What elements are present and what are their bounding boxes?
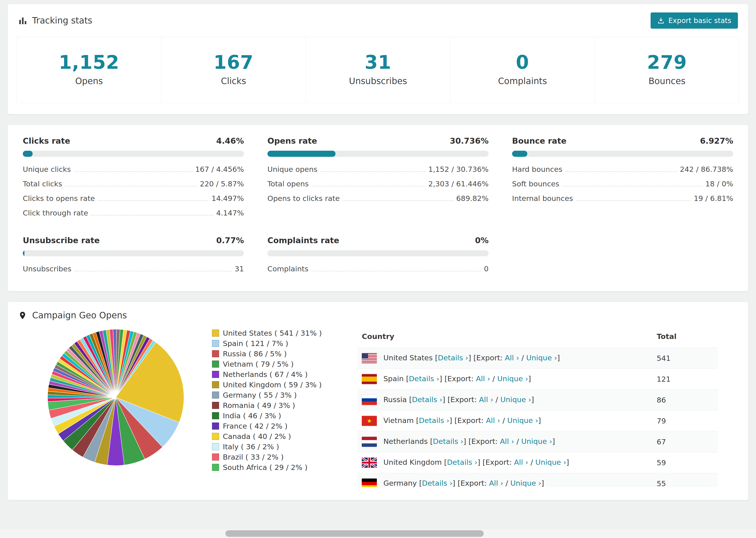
rate-row-value: 19 / 6.81% xyxy=(694,194,733,202)
rate-row-value: 14.497% xyxy=(212,194,244,202)
progress-bar xyxy=(267,250,489,256)
legend-swatch xyxy=(212,350,219,357)
geo-table-row: United States [Details ›] [Export: All ›… xyxy=(357,348,718,369)
geo-title-row: Campaign Geo Opens xyxy=(18,310,127,320)
export-unique-link[interactable]: Unique › xyxy=(511,479,541,487)
export-all-link[interactable]: All › xyxy=(489,479,503,487)
separator: / xyxy=(503,479,511,487)
bracket: ] [ xyxy=(449,416,458,425)
legend-item-romania[interactable]: Romania ( 49 / 3% ) xyxy=(212,400,322,410)
rate-row-label: Click through rate xyxy=(23,209,88,217)
rate-row: Total clicks220 / 5.87% xyxy=(23,177,244,191)
export-label: Export: xyxy=(476,353,505,362)
progress-bar xyxy=(23,250,244,256)
legend-item-russia[interactable]: Russia ( 86 / 5% ) xyxy=(212,349,322,359)
tracking-stats-card: Tracking stats Export basic stats 1,152 … xyxy=(8,4,748,114)
rate-row: Total opens2,303 / 61.446% xyxy=(267,177,489,191)
details-link[interactable]: Details › xyxy=(438,353,468,362)
legend-label: Spain ( 121 / 7% ) xyxy=(223,339,288,348)
country-cell: United Kingdom [Details ›] [Export: All … xyxy=(357,452,652,473)
rate-value: 4.46% xyxy=(216,136,244,145)
bracket: ] xyxy=(531,395,534,404)
details-link[interactable]: Details › xyxy=(409,374,439,383)
geo-section-title: Campaign Geo Opens xyxy=(32,310,127,320)
rate-row: Soft bounces18 / 0% xyxy=(512,177,733,191)
details-link[interactable]: Details › xyxy=(412,395,443,404)
legend-item-brazil[interactable]: Brazil ( 33 / 2% ) xyxy=(212,452,322,462)
legend-label: Canada ( 40 / 2% ) xyxy=(223,432,291,441)
progress-bar xyxy=(23,151,244,157)
total-cell: 67 xyxy=(652,431,718,452)
export-all-link[interactable]: All › xyxy=(479,395,493,404)
total-cell: 121 xyxy=(652,369,718,390)
legend-item-united-kingdom[interactable]: United Kingdom ( 59 / 3% ) xyxy=(212,380,322,390)
rate-value: 0.77% xyxy=(216,236,244,245)
details-link[interactable]: Details › xyxy=(447,458,477,466)
legend-item-vietnam[interactable]: Vietnam ( 79 / 5% ) xyxy=(212,359,322,369)
country-name: Spain xyxy=(383,374,404,383)
flag-es-icon xyxy=(362,374,377,384)
legend-swatch xyxy=(212,402,219,409)
details-link[interactable]: Details › xyxy=(419,416,449,425)
horizontal-scrollbar[interactable] xyxy=(0,529,756,538)
dotted-leader xyxy=(565,171,677,172)
stat-complaints: 0 Complaints xyxy=(450,37,595,103)
rate-row-label: Clicks to opens rate xyxy=(23,194,95,202)
details-link[interactable]: Details › xyxy=(433,437,463,446)
stat-value: 1,152 xyxy=(17,51,161,73)
country-name: Netherlands xyxy=(383,437,428,446)
geo-table-row: United Kingdom [Details ›] [Export: All … xyxy=(357,452,718,473)
legend-item-netherlands[interactable]: Netherlands ( 67 / 4% ) xyxy=(212,369,322,380)
export-unique-link[interactable]: Unique › xyxy=(526,353,557,362)
pie-legend: United States ( 541 / 31% )Spain ( 121 /… xyxy=(212,328,322,487)
dotted-leader xyxy=(576,200,691,201)
legend-item-france[interactable]: France ( 42 / 2% ) xyxy=(212,421,322,431)
legend-item-united-states[interactable]: United States ( 541 / 31% ) xyxy=(212,328,322,338)
legend-item-india[interactable]: India ( 46 / 3% ) xyxy=(212,410,322,421)
details-link[interactable]: Details › xyxy=(422,479,453,487)
horizontal-scrollbar-thumb[interactable] xyxy=(225,530,484,537)
legend-item-germany[interactable]: Germany ( 55 / 3% ) xyxy=(212,390,322,400)
export-all-link[interactable]: All › xyxy=(500,437,514,446)
legend-label: South Africa ( 29 / 2% ) xyxy=(223,463,307,471)
page: Tracking stats Export basic stats 1,152 … xyxy=(0,4,756,500)
export-label: Export: xyxy=(447,374,476,383)
stat-label: Unsubscribes xyxy=(306,76,450,86)
column-header-total: Total xyxy=(652,325,718,348)
rate-row: Unsubscribes31 xyxy=(23,261,244,276)
progress-fill xyxy=(23,151,33,157)
rate-value: 30.736% xyxy=(450,136,489,145)
export-all-link[interactable]: All › xyxy=(476,374,490,383)
legend-swatch xyxy=(212,464,219,471)
export-all-link[interactable]: All › xyxy=(514,458,528,466)
country-cell: Spain [Details ›] [Export: All › / Uniqu… xyxy=(357,369,652,390)
export-unique-link[interactable]: Unique › xyxy=(535,458,566,466)
stat-label: Bounces xyxy=(595,76,739,86)
legend-swatch xyxy=(212,454,219,460)
bracket: [ xyxy=(430,437,433,446)
legend-swatch xyxy=(212,422,219,430)
bracket: ] xyxy=(557,353,560,362)
legend-item-south-africa[interactable]: South Africa ( 29 / 2% ) xyxy=(212,462,322,472)
export-unique-link[interactable]: Unique › xyxy=(521,437,552,446)
stat-bounces: 279 Bounces xyxy=(595,37,739,103)
tracking-stats-header: Tracking stats Export basic stats xyxy=(8,4,748,35)
export-all-link[interactable]: All › xyxy=(486,416,500,425)
geo-table-row: Vietnam [Details ›] [Export: All › / Uni… xyxy=(357,410,718,431)
bracket: ] [ xyxy=(468,353,476,362)
legend-item-canada[interactable]: Canada ( 40 / 2% ) xyxy=(212,431,322,442)
export-all-link[interactable]: All › xyxy=(505,353,519,362)
rate-title: Complaints rate xyxy=(267,236,339,245)
bracket: [ xyxy=(416,416,419,425)
export-unique-link[interactable]: Unique › xyxy=(500,395,531,404)
legend-item-spain[interactable]: Spain ( 121 / 7% ) xyxy=(212,338,322,349)
bracket: ] [ xyxy=(463,437,471,446)
export-unique-link[interactable]: Unique › xyxy=(497,374,528,383)
rate-section-bounce: Bounce rate6.927% Hard bounces242 / 86.7… xyxy=(512,136,733,220)
stat-label: Opens xyxy=(17,76,161,86)
export-unique-link[interactable]: Unique › xyxy=(507,416,538,425)
legend-item-italy[interactable]: Italy ( 36 / 2% ) xyxy=(212,442,322,452)
legend-label: Netherlands ( 67 / 4% ) xyxy=(223,370,308,379)
country-cell: Vietnam [Details ›] [Export: All › / Uni… xyxy=(357,410,652,431)
export-basic-stats-button[interactable]: Export basic stats xyxy=(651,13,738,28)
